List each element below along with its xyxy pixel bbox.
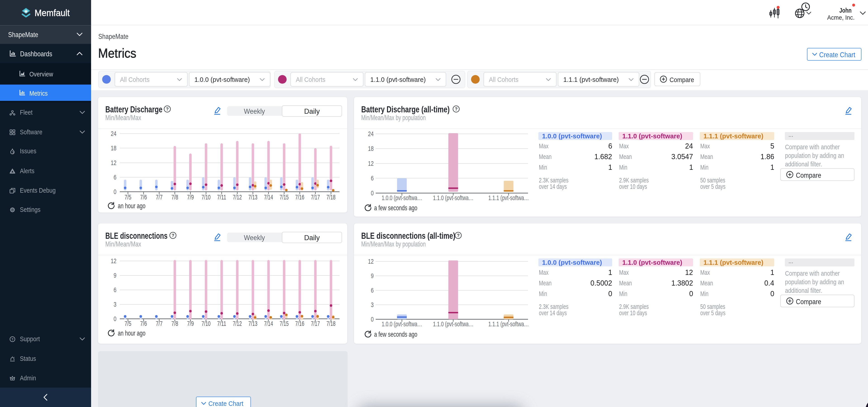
svg-text:7/16: 7/16 — [295, 193, 304, 201]
svg-text:7/17: 7/17 — [311, 320, 320, 327]
svg-text:7/6: 7/6 — [140, 193, 147, 201]
svg-text:7/9: 7/9 — [187, 320, 194, 327]
svg-text:1.1.1 (pvt-softwa…: 1.1.1 (pvt-softwa… — [489, 194, 529, 201]
svg-text:24: 24 — [111, 130, 116, 137]
svg-text:7/6: 7/6 — [140, 320, 147, 327]
svg-text:7/15: 7/15 — [280, 320, 289, 327]
svg-text:0: 0 — [371, 316, 374, 323]
svg-text:6: 6 — [371, 175, 374, 182]
svg-text:1.1.1 (pvt-softwa…: 1.1.1 (pvt-softwa… — [489, 320, 529, 327]
svg-text:0: 0 — [114, 188, 117, 195]
svg-text:7/7: 7/7 — [156, 320, 162, 327]
svg-text:7/5: 7/5 — [125, 320, 131, 327]
svg-text:7/8: 7/8 — [171, 320, 178, 327]
svg-text:7/10: 7/10 — [202, 193, 211, 201]
svg-text:6: 6 — [114, 174, 117, 181]
svg-text:3: 3 — [114, 301, 117, 308]
svg-text:1.0.0 (pvt-softwa…: 1.0.0 (pvt-softwa… — [382, 320, 422, 327]
svg-text:7/18: 7/18 — [327, 193, 336, 201]
svg-text:7/10: 7/10 — [202, 320, 211, 327]
svg-text:7/14: 7/14 — [264, 320, 273, 327]
svg-text:18: 18 — [368, 145, 374, 152]
svg-text:12: 12 — [111, 257, 116, 264]
svg-text:7/16: 7/16 — [295, 320, 304, 327]
svg-text:9: 9 — [114, 272, 117, 279]
svg-text:7/15: 7/15 — [280, 193, 289, 201]
svg-text:0: 0 — [371, 189, 374, 197]
svg-text:12: 12 — [368, 258, 374, 265]
svg-text:12: 12 — [368, 160, 374, 167]
svg-text:1.1.0 (pvt-softwa…: 1.1.0 (pvt-softwa… — [433, 194, 473, 201]
svg-text:18: 18 — [111, 145, 116, 152]
svg-text:24: 24 — [368, 130, 374, 137]
svg-text:7/17: 7/17 — [311, 193, 320, 201]
svg-text:7/8: 7/8 — [171, 193, 178, 201]
svg-text:7/12: 7/12 — [233, 193, 242, 201]
svg-text:7/9: 7/9 — [187, 193, 194, 201]
svg-text:9: 9 — [371, 272, 374, 279]
svg-text:7/13: 7/13 — [248, 193, 257, 201]
svg-text:1.0.0 (pvt-softwa…: 1.0.0 (pvt-softwa… — [382, 194, 422, 201]
svg-text:7/14: 7/14 — [264, 193, 273, 201]
svg-text:0: 0 — [114, 315, 117, 322]
svg-text:7/11: 7/11 — [217, 320, 226, 327]
svg-text:?: ? — [11, 337, 13, 341]
svg-text:7/5: 7/5 — [125, 193, 131, 201]
svg-text:7/18: 7/18 — [327, 320, 336, 327]
svg-text:7/12: 7/12 — [233, 320, 242, 327]
svg-text:7/11: 7/11 — [217, 193, 226, 201]
svg-text:1.1.0 (pvt-softwa…: 1.1.0 (pvt-softwa… — [433, 320, 473, 327]
svg-text:7/13: 7/13 — [248, 320, 257, 327]
svg-text:6: 6 — [371, 287, 374, 294]
svg-text:3: 3 — [371, 301, 374, 308]
svg-text:12: 12 — [111, 159, 116, 166]
svg-text:6: 6 — [114, 286, 117, 293]
svg-text:7/7: 7/7 — [156, 193, 162, 201]
